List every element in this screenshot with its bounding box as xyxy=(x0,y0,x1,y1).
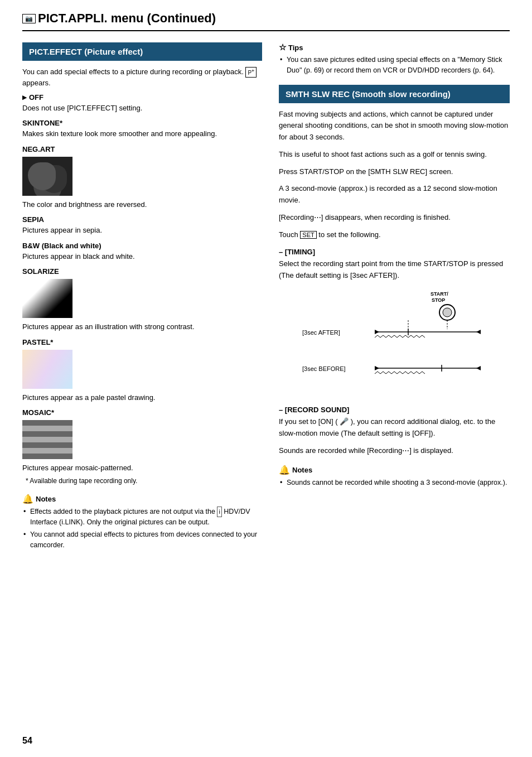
record-sound-desc3: Sounds are recorded while [Recording⋯] i… xyxy=(279,445,510,457)
left-note-item-1: Effects added to the playback pictures a… xyxy=(22,507,262,528)
right-column: ☆ Tips You can save pictures edited usin… xyxy=(279,42,510,553)
right-notes-section: 🔔 Notes Sounds cannot be recorded while … xyxy=(279,465,510,488)
left-notes-section: 🔔 Notes Effects added to the playback pi… xyxy=(22,494,262,551)
pict-effect-intro: You can add special effects to a picture… xyxy=(22,66,262,89)
tips-icon: ☆ xyxy=(279,42,286,52)
smth-slw-body3: Press START/STOP on the [SMTH SLW REC] s… xyxy=(279,166,510,178)
neg-art-image xyxy=(22,157,72,196)
right-notes-icon: 🔔 xyxy=(279,465,290,475)
timing-dash: – [TIMING] xyxy=(279,247,510,258)
sepia-desc: Pictures appear in sepia. xyxy=(22,225,262,236)
hdv-dv-icon: i xyxy=(217,507,221,517)
left-column: PICT.EFFECT (Picture effect) You can add… xyxy=(22,42,262,553)
p-plus-icon: P+ xyxy=(245,67,257,78)
left-notes-title: 🔔 Notes xyxy=(22,494,262,504)
page-title: PICT.APPLI. menu (Continued) xyxy=(38,11,216,26)
asterisk-note: * Available during tape recording only. xyxy=(26,476,262,486)
mosaic-image xyxy=(22,420,72,459)
smth-slw-body5: [Recording⋯] disappears, when recording … xyxy=(279,212,510,224)
record-sound-desc: If you set to [ON] ( 🎤 ), you can record… xyxy=(279,416,510,440)
bw-desc: Pictures appear in black and white. xyxy=(22,251,262,262)
set-box: SET xyxy=(300,231,316,239)
notes-icon: 🔔 xyxy=(22,494,33,504)
svg-marker-12 xyxy=(476,366,481,370)
touch-set-text: Touch SET to set the following. xyxy=(279,229,510,241)
tips-title: ☆ Tips xyxy=(279,42,510,52)
svg-text:START/: START/ xyxy=(431,291,448,297)
pastel-image xyxy=(22,350,72,389)
page-number: 54 xyxy=(22,736,32,746)
timing-diagram: START/ STOP [3sec AFTER] [3sec BEFORE] xyxy=(279,287,510,399)
smth-slw-body4: A 3 second-movie (approx.) is recorded a… xyxy=(279,183,510,206)
skintone-desc: Makes skin texture look more smoother an… xyxy=(22,128,262,139)
right-notes-list: Sounds cannot be recorded while shooting… xyxy=(279,478,510,488)
right-notes-title: 🔔 Notes xyxy=(279,465,510,475)
solarize-desc: Pictures appear as an illustration with … xyxy=(22,321,262,332)
svg-marker-11 xyxy=(375,366,379,370)
svg-marker-7 xyxy=(476,330,481,334)
solarize-label: SOLARIZE xyxy=(22,267,262,276)
bw-label: B&W (Black and white) xyxy=(22,242,262,250)
neg-art-desc: The color and brightness are reversed. xyxy=(22,199,262,210)
sepia-label: SEPIA xyxy=(22,215,262,224)
svg-point-3 xyxy=(443,308,452,317)
left-notes-list: Effects added to the playback pictures a… xyxy=(22,507,262,551)
left-note-item-2: You cannot add special effects to pictur… xyxy=(22,529,262,551)
record-sound-dash: – [RECORD SOUND] xyxy=(279,404,510,416)
mic-icon: 🎤 xyxy=(340,416,349,428)
svg-text:[3sec AFTER]: [3sec AFTER] xyxy=(302,329,340,336)
smth-slw-section-title: SMTH SLW REC (Smooth slow recording) xyxy=(279,85,510,103)
pastel-desc: Pictures appear as a pale pastel drawing… xyxy=(22,392,262,403)
off-desc: Does not use [PICT.EFFECT] setting. xyxy=(22,103,262,114)
skintone-label: SKINTONE* xyxy=(22,119,262,127)
smth-slw-body1: Fast moving subjects and actions, which … xyxy=(279,109,510,143)
svg-text:STOP: STOP xyxy=(432,297,445,303)
svg-text:[3sec BEFORE]: [3sec BEFORE] xyxy=(302,365,346,372)
right-note-item-1: Sounds cannot be recorded while shooting… xyxy=(279,478,510,488)
off-label: OFF xyxy=(22,93,262,102)
timing-svg: START/ STOP [3sec AFTER] [3sec BEFORE] xyxy=(279,287,510,399)
page-header: 📷 PICT.APPLI. menu (Continued) xyxy=(22,11,510,31)
pastel-label: PASTEL* xyxy=(22,338,262,346)
content-columns: PICT.EFFECT (Picture effect) You can add… xyxy=(22,42,510,553)
timing-desc: Select the recording start point from th… xyxy=(279,258,510,282)
tips-list: You can save pictures edited using speci… xyxy=(279,55,510,76)
tips-section: ☆ Tips You can save pictures edited usin… xyxy=(279,42,510,76)
timing-section: – [TIMING] Select the recording start po… xyxy=(279,247,510,282)
record-sound-section: – [RECORD SOUND] If you set to [ON] ( 🎤 … xyxy=(279,404,510,457)
camera-icon: 📷 xyxy=(22,14,36,23)
solarize-image xyxy=(22,279,72,318)
pict-effect-section-title: PICT.EFFECT (Picture effect) xyxy=(22,42,262,61)
mosaic-desc: Pictures appear mosaic-patterned. xyxy=(22,462,262,474)
tips-item-1: You can save pictures edited using speci… xyxy=(279,55,510,76)
neg-art-label: NEG.ART xyxy=(22,145,262,153)
mosaic-label: MOSAIC* xyxy=(22,408,262,417)
smth-slw-body2: This is useful to shoot fast actions suc… xyxy=(279,149,510,161)
svg-marker-6 xyxy=(375,330,379,334)
